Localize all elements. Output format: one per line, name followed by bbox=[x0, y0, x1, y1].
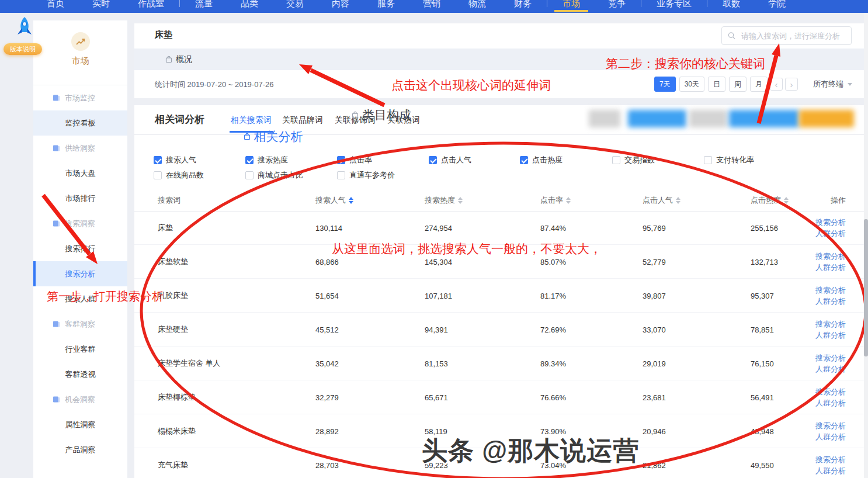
link-人群分析[interactable]: 人群分析 bbox=[815, 465, 846, 476]
table-row: 榻榻米床垫28,89258,11973.90%20,94648,948搜索分析人… bbox=[134, 414, 868, 448]
subtab-关联品牌词[interactable]: 关联品牌词 bbox=[282, 115, 323, 126]
link-搜索分析[interactable]: 搜索分析 bbox=[815, 454, 846, 465]
column-label: 搜索人气 bbox=[315, 195, 346, 206]
nav-item-营销[interactable]: 营销 bbox=[423, 0, 440, 11]
checkbox-icon[interactable] bbox=[429, 156, 437, 164]
checkbox-icon[interactable] bbox=[337, 171, 345, 179]
sort-icon[interactable] bbox=[349, 197, 353, 204]
nav-item-服务[interactable]: 服务 bbox=[377, 0, 395, 11]
link-搜索分析[interactable]: 搜索分析 bbox=[815, 285, 846, 296]
rocket-icon[interactable] bbox=[16, 16, 33, 42]
scrollbar[interactable] bbox=[864, 13, 868, 478]
checkbox-icon[interactable] bbox=[245, 171, 254, 179]
nav-item-竞争[interactable]: 竞争 bbox=[608, 0, 626, 11]
filter-在线商品数[interactable]: 在线商品数 bbox=[154, 170, 204, 181]
cell-value: 32,279 bbox=[315, 393, 339, 401]
nav-item-内容[interactable]: 内容 bbox=[332, 0, 349, 11]
nav-item-市场[interactable]: 市场 bbox=[563, 0, 580, 11]
nav-item-交易[interactable]: 交易 bbox=[286, 0, 304, 11]
nav-item-取数[interactable]: 取数 bbox=[723, 0, 740, 11]
filter-点击人气[interactable]: 点击人气 bbox=[429, 155, 471, 165]
checkbox-icon[interactable] bbox=[154, 171, 162, 179]
row-actions: 搜索分析人群分析 bbox=[815, 386, 846, 408]
sidebar-section-供给洞察: 供给洞察 bbox=[33, 136, 127, 161]
sidebar-item-市场排行[interactable]: 市场排行 bbox=[33, 186, 127, 211]
link-人群分析[interactable]: 人群分析 bbox=[815, 262, 846, 273]
date-button-7天[interactable]: 7天 bbox=[654, 77, 676, 92]
link-人群分析[interactable]: 人群分析 bbox=[815, 431, 846, 442]
nav-item-学院[interactable]: 学院 bbox=[768, 0, 786, 11]
tab-概况[interactable]: 概况 bbox=[165, 49, 192, 70]
terminal-dropdown[interactable]: 所有终端 bbox=[813, 79, 852, 89]
link-搜索分析[interactable]: 搜索分析 bbox=[815, 352, 846, 363]
checkbox-icon[interactable] bbox=[520, 156, 528, 164]
nav-item-品类[interactable]: 品类 bbox=[241, 0, 258, 11]
checkbox-icon[interactable] bbox=[245, 156, 254, 164]
filter-搜索热度[interactable]: 搜索热度 bbox=[245, 155, 288, 165]
date-button-周[interactable]: 周 bbox=[729, 77, 747, 92]
filter-搜索人气[interactable]: 搜索人气 bbox=[154, 155, 196, 165]
link-搜索分析[interactable]: 搜索分析 bbox=[815, 318, 846, 330]
sidebar-item-市场大盘[interactable]: 市场大盘 bbox=[33, 161, 127, 186]
sidebar-item-搜索分析[interactable]: 搜索分析 bbox=[33, 261, 127, 286]
next-page-button[interactable]: › bbox=[785, 78, 798, 91]
sort-icon[interactable] bbox=[458, 197, 463, 204]
checkbox-icon[interactable] bbox=[704, 156, 712, 164]
nav-item-作战室[interactable]: 作战室 bbox=[138, 0, 164, 11]
column-header-搜索词: 搜索词 bbox=[158, 195, 180, 206]
column-header-点击率[interactable]: 点击率 bbox=[540, 195, 571, 206]
sidebar-item-搜索人群[interactable]: 搜索人群 bbox=[33, 286, 127, 311]
link-人群分析[interactable]: 人群分析 bbox=[815, 330, 846, 341]
column-header-搜索人气[interactable]: 搜索人气 bbox=[315, 195, 353, 206]
date-button-月[interactable]: 月 bbox=[750, 77, 768, 92]
cell-value: 35,042 bbox=[315, 359, 339, 368]
sidebar-item-客群透视[interactable]: 客群透视 bbox=[33, 362, 127, 387]
nav-item-财务[interactable]: 财务 bbox=[514, 0, 532, 11]
filter-支付转化率[interactable]: 支付转化率 bbox=[704, 155, 754, 165]
nav-item-首页[interactable]: 首页 bbox=[47, 0, 64, 11]
scrollbar-thumb[interactable] bbox=[864, 219, 868, 356]
column-header-搜索热度[interactable]: 搜索热度 bbox=[425, 195, 463, 206]
sidebar-item-属性洞察[interactable]: 属性洞察 bbox=[33, 412, 127, 437]
nav-item-实时[interactable]: 实时 bbox=[92, 0, 110, 11]
nav-item-流量[interactable]: 流量 bbox=[195, 0, 213, 11]
sort-icon[interactable] bbox=[676, 197, 680, 204]
filter-点击率[interactable]: 点击率 bbox=[337, 155, 372, 165]
nav-item-物流[interactable]: 物流 bbox=[468, 0, 486, 11]
link-搜索分析[interactable]: 搜索分析 bbox=[815, 217, 846, 228]
sidebar-section-label: 市场监控 bbox=[65, 93, 95, 103]
link-搜索分析[interactable]: 搜索分析 bbox=[815, 386, 846, 397]
sort-icon[interactable] bbox=[784, 197, 789, 204]
sidebar-item-产品洞察[interactable]: 产品洞察 bbox=[33, 437, 127, 462]
sidebar-item-搜索排行[interactable]: 搜索排行 bbox=[33, 236, 127, 261]
link-搜索分析[interactable]: 搜索分析 bbox=[815, 251, 846, 262]
version-badge[interactable]: 版本说明 bbox=[4, 43, 42, 55]
sidebar-item-行业客群[interactable]: 行业客群 bbox=[33, 337, 127, 362]
sidebar-item-监控看板[interactable]: 监控看板 bbox=[33, 110, 127, 136]
keyword-search-box[interactable] bbox=[721, 26, 852, 45]
filter-直通车参考价[interactable]: 直通车参考价 bbox=[337, 170, 395, 181]
link-人群分析[interactable]: 人群分析 bbox=[815, 397, 846, 408]
subtab-相关搜索词[interactable]: 相关搜索词 bbox=[231, 115, 272, 126]
column-header-点击热度[interactable]: 点击热度 bbox=[751, 195, 789, 206]
link-搜索分析[interactable]: 搜索分析 bbox=[815, 420, 846, 431]
link-人群分析[interactable]: 人群分析 bbox=[815, 296, 846, 307]
checkbox-icon[interactable] bbox=[612, 156, 620, 164]
column-header-点击人气[interactable]: 点击人气 bbox=[643, 195, 680, 206]
link-人群分析[interactable]: 人群分析 bbox=[815, 228, 846, 239]
link-人群分析[interactable]: 人群分析 bbox=[815, 363, 846, 375]
date-button-30天[interactable]: 30天 bbox=[679, 77, 704, 92]
checkbox-icon[interactable] bbox=[154, 156, 162, 164]
filter-点击热度[interactable]: 点击热度 bbox=[520, 155, 563, 165]
nav-item-业务专区[interactable]: 业务专区 bbox=[657, 0, 692, 11]
cell-value: 56,491 bbox=[751, 393, 774, 401]
date-button-日[interactable]: 日 bbox=[708, 77, 725, 92]
filter-交易指数[interactable]: 交易指数 bbox=[612, 155, 655, 165]
tab-label: 相关分析 bbox=[254, 129, 303, 145]
sort-icon[interactable] bbox=[566, 197, 571, 204]
prev-page-button[interactable]: ‹ bbox=[770, 78, 783, 91]
keyword-search-input[interactable] bbox=[740, 31, 845, 41]
filter-商城点击占比[interactable]: 商城点击占比 bbox=[245, 170, 303, 181]
checkbox-icon[interactable] bbox=[337, 156, 345, 164]
cell-value: 39,807 bbox=[643, 291, 666, 300]
